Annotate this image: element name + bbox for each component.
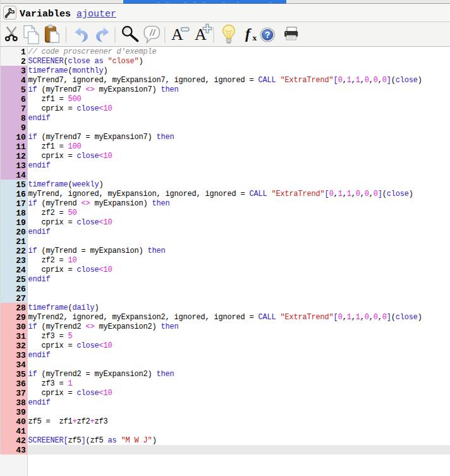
svg-text:x: x bbox=[253, 33, 257, 42]
svg-text:f: f bbox=[245, 25, 252, 42]
svg-text:?: ? bbox=[265, 30, 271, 40]
